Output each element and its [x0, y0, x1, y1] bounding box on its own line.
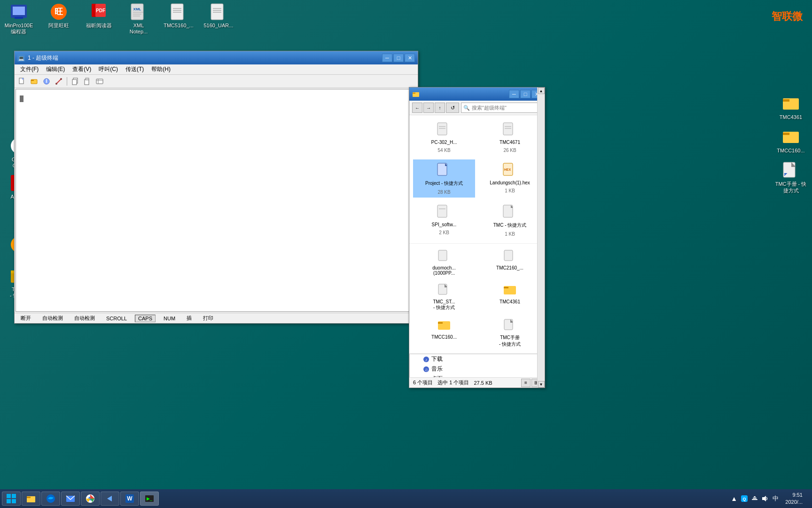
forward-button[interactable]: →	[423, 103, 434, 113]
taskbar-file-explorer[interactable]	[22, 492, 40, 506]
menu-file[interactable]: 文件(F)	[16, 64, 42, 74]
search-input[interactable]	[472, 105, 537, 111]
svg-text:♪: ♪	[425, 357, 428, 362]
arrow-app-icon	[105, 494, 115, 503]
toolbar-paste[interactable]	[82, 76, 93, 87]
nav-buttons[interactable]: ← → ↑ ↺	[412, 103, 459, 113]
file-item-spi[interactable]: SPI_softw... 2 KB	[413, 201, 475, 239]
titlebar-controls[interactable]: ─ □ ✕	[382, 54, 415, 62]
taskbar-word[interactable]: W	[120, 492, 139, 506]
word-icon: W	[125, 494, 134, 503]
toolbar-new[interactable]	[16, 76, 28, 87]
file-item-tmcc160[interactable]: TMCC160...	[413, 317, 475, 349]
file-item-tmc4671[interactable]: TMC4671 26 KB	[479, 119, 541, 156]
taskbar-terminal-active[interactable]: ▶_	[140, 492, 159, 506]
desktop-icon-fuxin[interactable]: PDF 福昕阅读器	[82, 2, 115, 29]
tmc4361-folder-icon	[781, 94, 800, 113]
desktop-icon-tmc5160[interactable]: TMC5160_...	[162, 2, 195, 29]
desktop-icon-minipro[interactable]: MinPro100E编程器	[2, 2, 35, 35]
svg-point-36	[55, 83, 57, 85]
desktop-icon-tmcc160-right[interactable]: TMCC160...	[774, 127, 807, 154]
menu-transfer[interactable]: 传送(T)	[122, 64, 148, 74]
svg-text:XML: XML	[133, 7, 141, 11]
explorer-maximize[interactable]: □	[520, 90, 531, 98]
tree-scrollbar[interactable]: ▲ ▼	[537, 115, 545, 377]
svg-marker-29	[22, 78, 23, 79]
fuxin-label: 福昕阅读器	[86, 23, 112, 29]
desktop-icon-tmcmanual-right[interactable]: TMC手册 - 快捷方式	[774, 161, 807, 193]
file-icon-tmc-shortcut2	[502, 204, 517, 219]
tray-input-icon[interactable]: 中	[771, 494, 780, 503]
desktop-icon-tmc4361-right[interactable]: TMC4361	[774, 94, 807, 120]
file-item-tmc2160[interactable]: TMC2160_...	[479, 247, 541, 278]
menu-view[interactable]: 查看(V)	[69, 64, 95, 74]
file-item-tmcmanual[interactable]: TMC手册- 快捷方式	[479, 317, 541, 349]
tray-chat-icon[interactable]: Q	[740, 494, 749, 503]
volume-icon	[761, 495, 769, 502]
file-item-tmc4361[interactable]: TMC4361	[479, 281, 541, 313]
toolbar-disconnect[interactable]	[53, 76, 64, 87]
tree-label-download: 下载	[431, 355, 443, 363]
status-print: 打印	[200, 314, 217, 323]
svg-point-37	[60, 78, 62, 80]
toolbar-properties[interactable]	[41, 76, 52, 87]
desktop-icon-xml[interactable]: XML XMLNotep...	[122, 2, 155, 35]
chrome-icon	[86, 494, 95, 503]
terminal-task-icon: ▶_	[145, 494, 154, 503]
tray-volume-icon[interactable]	[761, 494, 769, 503]
svg-rect-47	[437, 123, 447, 135]
refresh-button[interactable]: ↺	[446, 103, 459, 113]
tree-item-download[interactable]: ♪ 下载	[410, 354, 544, 364]
close-button[interactable]: ✕	[405, 54, 415, 62]
svg-rect-84	[783, 133, 789, 135]
file-item-tmc-shortcut2[interactable]: TMC - 快捷方式 1 KB	[479, 201, 541, 239]
up-button[interactable]: ↑	[435, 103, 445, 113]
file-item-tmcst[interactable]: TMC_ST...- 快捷方式	[413, 281, 475, 313]
svg-rect-106	[754, 496, 756, 497]
search-box[interactable]: 🔍	[461, 103, 539, 113]
maximize-button[interactable]: □	[393, 54, 404, 62]
fuxin-icon: PDF	[89, 2, 108, 21]
menu-help[interactable]: 帮助(H)	[148, 64, 174, 74]
file-item-hex[interactable]: HEX Landungsch(1).hex 1 KB	[479, 159, 541, 198]
terminal-main[interactable]	[16, 89, 409, 312]
menu-edit[interactable]: 编辑(E)	[42, 64, 69, 74]
toolbar-copy[interactable]	[70, 76, 81, 87]
desktop-icon-alibaba[interactable]: 旺 阿里旺旺	[42, 2, 75, 29]
tray-up-arrow[interactable]: ▲	[730, 494, 738, 503]
file-name-tmcmanual: TMC手册- 快捷方式	[499, 334, 521, 348]
file-item-project[interactable]: Project - 快捷方式 28 KB	[413, 159, 475, 198]
minimize-button[interactable]: ─	[382, 54, 392, 62]
svg-rect-66	[504, 287, 508, 288]
explorer-minimize[interactable]: ─	[509, 90, 519, 98]
desktop-icon-5160uart[interactable]: 5160_UAR...	[202, 2, 235, 29]
terminal-title: 1 - 超级终端	[28, 54, 58, 62]
file-content-area: PC-302_H... 54 KB TMC4671 26 KB Project …	[409, 115, 545, 377]
taskbar-chrome[interactable]	[81, 492, 100, 506]
taskbar-arrow[interactable]	[101, 492, 119, 506]
svg-point-34	[46, 79, 47, 80]
taskbar-mail[interactable]	[61, 492, 80, 506]
desktop: 智联微 MinPro100E编程器 旺 阿里旺旺	[0, 0, 812, 508]
xml-label: XMLNotep...	[130, 23, 148, 35]
status-auto2: 自动检测	[71, 314, 98, 323]
tmc5160-label: TMC5160_...	[164, 23, 194, 29]
start-button[interactable]	[2, 492, 21, 506]
back-button[interactable]: ←	[412, 103, 422, 113]
file-item-pc302[interactable]: PC-302_H... 54 KB	[413, 119, 475, 156]
svg-rect-2	[15, 17, 23, 19]
menu-call[interactable]: 呼叫(C)	[95, 64, 122, 74]
tray-network-icon[interactable]	[750, 494, 759, 503]
network-icon	[751, 495, 758, 502]
svg-rect-104	[752, 499, 757, 500]
file-item-duomo[interactable]: duomoch...(1000PP...	[413, 247, 475, 278]
taskbar-edge[interactable]	[41, 492, 60, 506]
tree-item-music[interactable]: ♫ 音乐	[410, 364, 544, 374]
toolbar-open[interactable]	[29, 76, 40, 87]
tree-item-desktop[interactable]: 桌面	[410, 374, 544, 377]
view-list-btn[interactable]: ≡	[521, 379, 531, 387]
file-name-duomo: duomoch...(1000PP...	[432, 265, 455, 276]
tree-scroll-track[interactable]	[538, 115, 545, 377]
toolbar-send[interactable]	[94, 76, 105, 87]
status-scroll: SCROLL	[103, 315, 130, 322]
